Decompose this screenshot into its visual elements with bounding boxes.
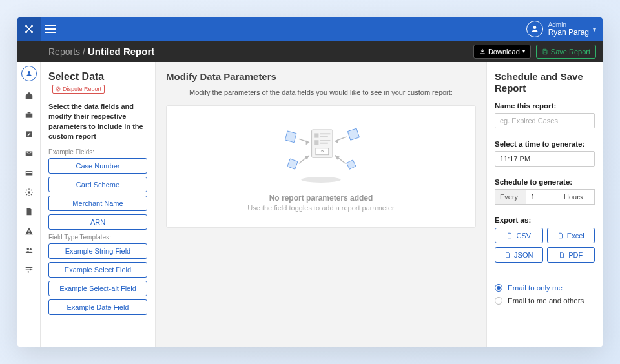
save-icon	[542, 48, 548, 55]
time-generate-label: Select a time to generate:	[495, 140, 595, 148]
field-arn[interactable]: ARN	[48, 214, 147, 230]
sidebar-card-icon[interactable]	[24, 168, 34, 178]
schedule-unit-select[interactable]: Hours	[559, 189, 595, 205]
email-only-me-radio[interactable]: Email to only me	[495, 281, 595, 294]
sidebar-gear-icon[interactable]	[24, 187, 34, 197]
user-icon	[530, 25, 539, 34]
dispute-chip-label: Dispute Report	[63, 86, 101, 92]
svg-rect-36	[287, 159, 298, 169]
save-report-label: Save Report	[551, 48, 590, 56]
select-data-helper: Select the data fields and modify their …	[48, 102, 147, 142]
file-icon	[559, 252, 565, 258]
sidebar-home-icon[interactable]	[24, 90, 34, 101]
svg-rect-35	[347, 128, 359, 140]
modify-parameters-panel: Modify Data Parameters Modify the parame…	[156, 62, 486, 347]
export-as-label: Export as:	[495, 216, 595, 224]
email-others-radio[interactable]: Email to me and others	[495, 294, 595, 307]
sidebar-mail-icon[interactable]	[24, 148, 34, 159]
field-template-string[interactable]: Example String Field	[48, 243, 147, 259]
svg-rect-37	[347, 160, 356, 169]
sidebar-briefcase-icon[interactable]	[24, 110, 34, 120]
svg-rect-29	[314, 140, 318, 145]
template-fields-label: Field Type Templates:	[48, 234, 147, 241]
sidebar-file-icon[interactable]	[24, 207, 34, 217]
user-name: Ryan Parag	[548, 28, 589, 37]
field-case-number[interactable]: Case Number	[48, 158, 147, 174]
schedule-value-input[interactable]: 1	[526, 189, 559, 205]
menu-toggle-button[interactable]	[41, 17, 60, 41]
export-options: CSV Excel JSON PDF	[495, 228, 595, 263]
save-report-button[interactable]: Save Report	[536, 45, 596, 59]
export-json-button[interactable]: JSON	[495, 247, 543, 263]
svg-marker-39	[335, 139, 338, 143]
export-pdf-button[interactable]: PDF	[547, 247, 595, 263]
download-label: Download	[488, 48, 520, 56]
modify-parameters-title: Modify Data Parameters	[166, 71, 476, 82]
svg-rect-26	[314, 133, 318, 137]
user-info[interactable]: Admin Ryan Parag	[548, 21, 589, 37]
brand-logo[interactable]	[17, 17, 41, 41]
sidebar-users-icon[interactable]	[24, 245, 34, 256]
file-icon	[506, 232, 513, 239]
download-button[interactable]: Download ▾	[473, 45, 531, 59]
download-icon	[479, 48, 486, 55]
svg-rect-16	[28, 230, 29, 232]
email-only-me-label: Email to only me	[508, 284, 563, 292]
svg-rect-9	[25, 114, 32, 118]
time-generate-input[interactable]	[495, 151, 595, 167]
empty-state-illustration: ?	[263, 117, 379, 188]
svg-rect-30	[320, 140, 330, 141]
svg-text:?: ?	[321, 149, 324, 155]
field-card-scheme[interactable]: Card Scheme	[48, 177, 147, 192]
sidebar-alert-icon[interactable]	[24, 226, 34, 236]
schedule-every-label: Every	[495, 189, 526, 205]
svg-rect-13	[25, 171, 32, 175]
empty-state-subtitle: Use the field toggles to add a report pa…	[173, 204, 469, 212]
field-template-date[interactable]: Example Date Field	[48, 299, 147, 315]
svg-rect-6	[45, 32, 56, 33]
dispute-report-chip[interactable]: Dispute Report	[52, 85, 105, 94]
select-data-panel: Select Data Dispute Report Select the da…	[41, 62, 156, 347]
svg-point-7	[533, 26, 536, 29]
dispute-icon	[56, 86, 61, 92]
svg-marker-38	[306, 140, 309, 145]
report-name-input[interactable]	[495, 113, 595, 128]
export-csv-button[interactable]: CSV	[495, 228, 543, 243]
empty-state-title: No report parameters added	[173, 194, 469, 203]
svg-rect-10	[27, 112, 30, 114]
svg-rect-17	[28, 233, 29, 234]
sidebar-icon-rail	[17, 62, 41, 347]
field-merchant-name[interactable]: Merchant Name	[48, 196, 147, 211]
svg-point-21	[30, 269, 31, 270]
app-window: Admin Ryan Parag ▾ Reports / Untiled Rep…	[17, 17, 603, 347]
svg-point-18	[26, 248, 29, 250]
export-excel-button[interactable]: Excel	[547, 228, 595, 243]
svg-point-19	[29, 248, 31, 250]
svg-point-15	[28, 191, 30, 194]
empty-state-box: ? No report parameters	[166, 105, 476, 228]
breadcrumb-separator: /	[83, 46, 85, 57]
example-fields-label: Example Fields:	[48, 148, 147, 156]
svg-marker-40	[305, 156, 309, 160]
select-data-title: Select Data	[48, 71, 104, 83]
sidebar-sliders-icon[interactable]	[24, 265, 34, 275]
breadcrumb-root[interactable]: Reports	[48, 46, 80, 57]
svg-rect-31	[320, 143, 328, 144]
radio-icon	[495, 297, 502, 305]
modify-parameters-subtitle: Modify the parameters of the data fields…	[166, 88, 476, 96]
name-report-label: Name this report:	[495, 102, 595, 110]
svg-point-22	[27, 271, 28, 272]
schedule-save-title: Schedule and Save Report	[495, 71, 595, 94]
radio-icon	[495, 284, 502, 292]
sidebar-edit-icon[interactable]	[24, 129, 34, 139]
email-others-label: Email to me and others	[508, 297, 584, 305]
chevron-down-icon: ▾	[593, 26, 596, 33]
breadcrumb-current: Untiled Report	[88, 46, 154, 57]
svg-point-24	[301, 177, 340, 183]
sidebar-user-icon[interactable]	[21, 66, 37, 81]
field-template-select[interactable]: Example Select Field	[48, 262, 147, 278]
field-template-select-alt[interactable]: Example Select-alt Field	[48, 281, 147, 296]
user-avatar[interactable]	[526, 21, 543, 37]
brand-icon	[23, 23, 35, 35]
chevron-down-icon: ▾	[522, 48, 525, 54]
